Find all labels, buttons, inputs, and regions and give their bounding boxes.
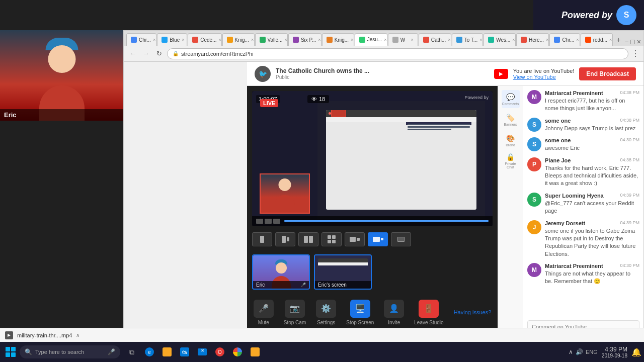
store-icon: 🛍 — [180, 347, 189, 356]
reload-btn[interactable]: ↻ — [154, 49, 164, 59]
chat-time-5: 04:39 PM — [620, 193, 639, 199]
tab-close-btn[interactable]: × — [251, 37, 254, 42]
tab-close-btn[interactable]: × — [546, 37, 548, 42]
browser-tab-chr2[interactable]: Chr... × — [549, 33, 580, 46]
source-thumb-screen[interactable]: Eric's screen — [314, 254, 372, 290]
date-display: 2019-09-18 — [602, 353, 627, 358]
tab-close-btn[interactable]: × — [609, 37, 612, 42]
tab-close-btn[interactable]: × — [351, 37, 353, 42]
browser-tab-valle[interactable]: Valle... × — [255, 33, 288, 46]
browser-tabs-bar: Chr... × Blue × Cede... × Knig... × Vall… — [124, 31, 643, 46]
back-btn[interactable]: ← — [128, 49, 138, 59]
stop-screen-button[interactable]: 🖥️ Stop Screen — [346, 300, 374, 325]
browser-tab-active[interactable]: Jesu... × — [355, 33, 387, 46]
browser-tab-blue[interactable]: Blue × — [157, 33, 187, 46]
download-file-icon: ▶ — [5, 331, 13, 339]
leave-studio-button[interactable]: 🚪 Leave Studio — [414, 300, 443, 325]
invite-button[interactable]: 👤 Invite — [384, 300, 404, 325]
layout-btn-blank[interactable] — [391, 232, 411, 246]
tab-close-btn[interactable]: × — [384, 37, 386, 42]
eric-webcam: Eric — [0, 30, 123, 121]
browser-tab-knig2[interactable]: Knig... × — [322, 33, 354, 46]
layout-btn-single[interactable] — [252, 232, 272, 246]
browser-tab-redd[interactable]: redd... × — [581, 33, 613, 46]
leave-studio-label: Leave Studio — [414, 320, 443, 325]
source-thumb-eric[interactable]: Eric 🎤 — [252, 254, 310, 290]
layout-btn-split[interactable] — [298, 232, 318, 246]
private-chat-tab-icon[interactable]: 🔒 Private Chat — [502, 152, 520, 170]
browser-tab-cede[interactable]: Cede... × — [188, 33, 221, 46]
bottom-controls: 🎤 Mute 📷 Stop Cam ⚙️ Settings 🖥️ Stop Sc… — [252, 296, 493, 327]
chat-name-5: Super Looming Hyena — [545, 193, 604, 199]
layout-btn-grid[interactable] — [321, 232, 342, 246]
tab-close-btn[interactable]: × — [218, 37, 221, 42]
having-issues-link[interactable]: Having issues? — [454, 309, 492, 315]
taskbar-app-taskview[interactable]: ⧉ — [124, 344, 140, 360]
live-badge: LIVE — [260, 99, 278, 107]
mute-button[interactable]: 🎤 Mute — [254, 300, 274, 325]
chat-text-7: Things are not what they appear to be. R… — [545, 270, 639, 286]
layout-btn-side[interactable] — [275, 232, 295, 246]
source-label-eric: Eric 🎤 — [253, 281, 309, 289]
broadcast-info: The Catholic Church owns the ... Public — [276, 67, 494, 80]
browser-tab-w[interactable]: W × — [388, 33, 418, 46]
settings-button[interactable]: ⚙️ Settings — [316, 300, 336, 325]
taskbar-app-mail[interactable]: ✉ — [194, 344, 210, 360]
new-tab-button[interactable]: + — [613, 33, 624, 46]
tab-close-btn[interactable]: × — [318, 37, 320, 42]
taskbar-search[interactable]: 🔍 Type here to search 🎤 — [20, 345, 120, 358]
taskbar-app-store[interactable]: 🛍 — [177, 344, 193, 360]
stop-cam-button[interactable]: 📷 Stop Cam — [284, 300, 306, 325]
taskbar-app-explorer[interactable] — [159, 344, 175, 360]
taskbar-app-opera[interactable]: O — [212, 344, 228, 360]
tab-close-btn[interactable]: × — [411, 37, 413, 42]
stream-bottom-bar — [252, 216, 493, 226]
tab-close-btn[interactable]: × — [153, 37, 155, 42]
chat-avatar-1: M — [527, 90, 541, 104]
view-on-youtube-link[interactable]: View on YouTube — [513, 74, 575, 80]
browser-tab-tot[interactable]: To T... × — [452, 33, 483, 46]
tab-close-btn[interactable]: × — [448, 37, 450, 42]
tab-close-btn[interactable]: × — [576, 37, 579, 42]
browser-tab-sixp[interactable]: Six P... × — [288, 33, 321, 46]
brand-icon-label: Brand — [506, 143, 515, 147]
browser-tab-knig1[interactable]: Knig... × — [222, 33, 255, 46]
address-bar[interactable]: 🔒 streamyard.com/cmRtmczPhi — [167, 48, 628, 59]
notification-center-icon[interactable]: 🔔 — [631, 347, 641, 357]
browser-tab-wes[interactable]: Wes... × — [484, 33, 516, 46]
download-chevron-icon[interactable]: ∧ — [76, 332, 79, 338]
layout-btn-screen-small[interactable] — [345, 232, 365, 246]
explorer-icon — [163, 347, 172, 356]
taskbar-app-edge[interactable]: e — [141, 344, 157, 360]
taskbar-clock: 4:39 PM 2019-09-18 — [602, 346, 627, 358]
chat-avatar-7: M — [527, 263, 541, 277]
browser-tab-here[interactable]: Here... × — [516, 33, 549, 46]
comments-tab-icon[interactable]: 💬 Comments — [502, 90, 520, 108]
browser-tab-chr[interactable]: Chr... × — [126, 33, 156, 46]
maximize-btn[interactable]: □ — [630, 38, 634, 46]
invite-label: Invite — [388, 320, 400, 325]
leave-studio-icon: 🚪 — [419, 300, 439, 318]
forward-btn[interactable]: → — [141, 49, 151, 59]
tab-close-btn[interactable]: × — [479, 37, 482, 42]
chat-time-7: 04:30 PM — [620, 263, 639, 269]
brand-tab-icon[interactable]: 🎨 Brand — [502, 131, 520, 149]
tab-favicon — [260, 37, 266, 43]
tab-close-btn[interactable]: × — [512, 37, 515, 42]
browser-menu-btn[interactable]: ⋮ — [631, 49, 639, 58]
chat-text-4: Thanks for the hard work, Eric 777. Blee… — [545, 164, 639, 188]
browser-tab-cath[interactable]: Cath... × — [419, 33, 451, 46]
minimize-btn[interactable]: − — [624, 38, 628, 46]
banners-icon: 🏷️ — [506, 114, 515, 122]
start-button[interactable] — [3, 344, 19, 360]
tab-close-btn[interactable]: × — [182, 37, 184, 42]
tab-close-btn[interactable]: × — [284, 37, 287, 42]
layout-btn-screen-large[interactable] — [368, 232, 388, 246]
header-right: ▶ You are live on YouTube! View on YouTu… — [494, 67, 636, 80]
taskbar-app-yellow[interactable] — [247, 344, 263, 360]
close-window-btn[interactable]: × — [637, 38, 641, 46]
chat-avatar-6: J — [527, 220, 541, 234]
end-broadcast-button[interactable]: End Broadcast — [579, 67, 636, 80]
taskbar-app-chrome[interactable] — [229, 344, 246, 360]
banners-tab-icon[interactable]: 🏷️ Banners — [502, 111, 520, 129]
